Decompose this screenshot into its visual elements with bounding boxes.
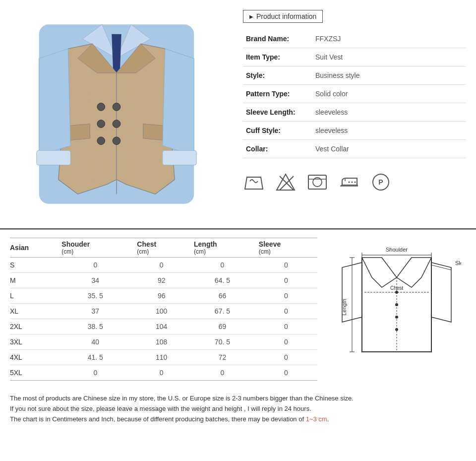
table-cell: M	[10, 273, 58, 288]
svg-point-40	[395, 303, 398, 306]
pattern-value: Solid color	[312, 85, 466, 103]
table-cell: 92	[133, 273, 190, 288]
footnote: The most of products are Chinese size in…	[10, 394, 466, 424]
pattern-label: Pattern Type:	[243, 85, 312, 103]
length-label: Length	[341, 299, 347, 316]
table-cell: XL	[10, 304, 58, 319]
table-cell: 2XL	[10, 319, 58, 334]
info-area: Product information Brand Name: FFXZSJ I…	[233, 5, 476, 223]
product-image-area	[0, 5, 233, 223]
sleeve-length-label: Sleeve Length:	[243, 103, 312, 122]
item-type-label: Item Type:	[243, 48, 312, 66]
footnote-line3: The chart is in Centimeters and Inch, be…	[10, 414, 466, 425]
table-cell: 0	[255, 350, 317, 365]
svg-rect-25	[37, 150, 70, 165]
size-table-header-row: Asian Shouder (cm) Chest (cm) Length (	[10, 238, 317, 258]
svg-point-35	[355, 182, 356, 183]
product-info-table: Brand Name: FFXZSJ Item Type: Suit Vest …	[243, 30, 466, 158]
brand-label: Brand Name:	[243, 30, 312, 48]
item-type-row: Item Type: Suit Vest	[243, 48, 466, 66]
table-cell: 5XL	[10, 365, 58, 381]
no-bleach-icon	[275, 171, 297, 193]
table-cell: 0	[255, 288, 317, 304]
hand-wash-icon	[243, 171, 265, 193]
sleeve-length-row: Sleeve Length: sleeveless	[243, 103, 466, 122]
sleeve-length-value: sleeveless	[312, 103, 466, 122]
iron-icon	[338, 171, 360, 193]
col-sleeve: Sleeve (cm)	[255, 238, 317, 258]
table-cell: 64. 5	[190, 273, 255, 288]
svg-point-42	[395, 328, 398, 331]
table-cell: 4XL	[10, 350, 58, 365]
size-diagram-area: Shoulder Chest Length Sleeve	[327, 238, 466, 387]
footnote-line1: The most of products are Chinese size in…	[10, 394, 466, 404]
care-icons: P	[243, 166, 466, 193]
table-cell: 0	[255, 273, 317, 288]
size-table-wrapper: Asian Shouder (cm) Chest (cm) Length (	[10, 238, 466, 387]
footnote-line3-before: The chart is in Centimeters and Inch, be…	[10, 415, 306, 423]
style-label: Style:	[243, 66, 312, 85]
table-row: 2XL38. 5104690	[10, 319, 317, 334]
table-cell: 70. 5	[190, 334, 255, 350]
table-cell: 110	[133, 350, 190, 365]
table-row: XL3710067. 50	[10, 304, 317, 319]
brand-row: Brand Name: FFXZSJ	[243, 30, 466, 48]
table-cell: 37	[58, 304, 133, 319]
pattern-row: Pattern Type: Solid color	[243, 85, 466, 103]
table-cell: 0	[58, 365, 133, 381]
svg-point-34	[352, 182, 353, 183]
table-cell: 40	[58, 334, 133, 350]
table-cell: 66	[190, 288, 255, 304]
top-section: Product information Brand Name: FFXZSJ I…	[0, 0, 476, 229]
product-info-header: Product information	[243, 10, 323, 23]
table-cell: 96	[133, 288, 190, 304]
col-asian: Asian	[10, 238, 58, 258]
table-cell: L	[10, 288, 58, 304]
table-cell: 34	[58, 273, 133, 288]
table-cell: 0	[190, 365, 255, 381]
table-cell: 41. 5	[58, 350, 133, 365]
item-type-value: Suit Vest	[312, 48, 466, 66]
style-value: Business style	[312, 66, 466, 85]
product-info-label: Product information	[256, 12, 316, 20]
col-shoulder: Shouder (cm)	[58, 238, 133, 258]
svg-point-24	[113, 137, 120, 145]
collar-label: Collar:	[243, 140, 312, 158]
collar-row: Collar: Vest Collar	[243, 140, 466, 158]
table-cell: 38. 5	[58, 319, 133, 334]
svg-text:P: P	[378, 178, 383, 186]
size-diagram-svg: Shoulder Chest Length Sleeve	[332, 238, 461, 387]
chest-label: Chest	[390, 285, 403, 291]
table-cell: 0	[190, 258, 255, 273]
svg-line-50	[431, 265, 451, 270]
cuff-style-label: Cuff Style:	[243, 122, 312, 140]
col-chest: Chest (cm)	[133, 238, 190, 258]
table-cell: 72	[190, 350, 255, 365]
table-cell: 0	[255, 365, 317, 381]
style-row: Style: Business style	[243, 66, 466, 85]
size-table: Asian Shouder (cm) Chest (cm) Length (	[10, 238, 317, 381]
table-cell: 0	[255, 304, 317, 319]
size-table-area: Asian Shouder (cm) Chest (cm) Length (	[10, 238, 317, 387]
table-row: 5XL0000	[10, 365, 317, 381]
table-row: 3XL4010870. 50	[10, 334, 317, 350]
svg-point-20	[97, 120, 105, 128]
table-cell: 108	[133, 334, 190, 350]
bottom-section: Asian Shouder (cm) Chest (cm) Length (	[0, 229, 476, 432]
table-cell: 104	[133, 319, 190, 334]
table-cell: 0	[255, 334, 317, 350]
shoulder-label: Shoulder	[386, 247, 408, 253]
cuff-style-value: sleeveless	[312, 122, 466, 140]
footnote-line3-after: .	[327, 415, 329, 423]
product-image	[12, 10, 221, 218]
table-row: 4XL41. 5110720	[10, 350, 317, 365]
collar-value: Vest Collar	[312, 140, 466, 158]
svg-point-41	[395, 316, 398, 319]
svg-point-22	[113, 103, 120, 111]
table-cell: 0	[255, 319, 317, 334]
table-cell: 0	[255, 258, 317, 273]
cuff-style-row: Cuff Style: sleeveless	[243, 122, 466, 140]
footnote-line3-highlight: 1~3 cm	[306, 415, 327, 423]
col-length: Length (cm)	[190, 238, 255, 258]
svg-point-19	[97, 103, 105, 111]
